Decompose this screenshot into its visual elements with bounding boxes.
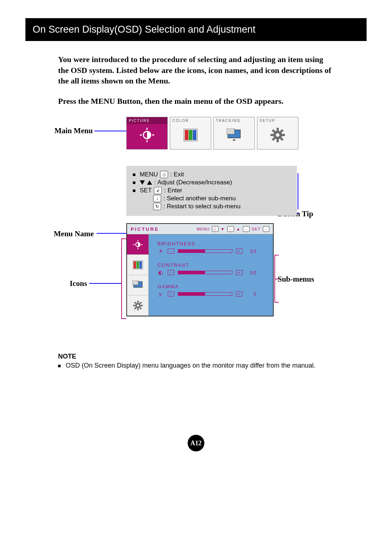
connector-line <box>121 238 126 239</box>
hint-menu: MENU <box>196 227 209 231</box>
bullet-icon <box>58 365 61 367</box>
svg-point-23 <box>276 133 279 137</box>
tip-prefix: SET <box>140 187 152 194</box>
tab-tracking[interactable]: TRACKING <box>213 117 255 150</box>
svg-point-45 <box>136 304 139 306</box>
connector-line <box>274 279 279 279</box>
tab-color[interactable]: COLOR <box>170 117 211 150</box>
slider-label: BRIGHTNESS <box>158 241 266 246</box>
note-body-text: OSD (On Screen Display) menu languages o… <box>66 362 315 369</box>
tip-text: : Adjust (Decrease/Increase) <box>154 179 232 186</box>
gear-icon <box>257 124 298 146</box>
connector-line <box>89 283 121 284</box>
osd-icon-picture[interactable] <box>127 234 148 255</box>
slider-value: 0 <box>246 291 257 296</box>
connector-line <box>274 255 279 255</box>
connector-line <box>121 318 126 319</box>
increase-button[interactable]: + <box>236 270 242 275</box>
tip-text: : Restart to select sub-menu <box>163 203 241 210</box>
osd-key-hints: MENU◇ ▼← ▲→ SET↓ <box>196 226 269 232</box>
note-title: NOTE <box>58 353 334 360</box>
svg-rect-18 <box>282 134 285 136</box>
color-bars-icon <box>133 261 143 269</box>
svg-rect-32 <box>136 261 139 269</box>
page-number-wrap: A12 <box>25 435 367 451</box>
tab-picture[interactable]: PICTURE <box>126 117 168 150</box>
increase-button[interactable]: + <box>236 291 242 296</box>
tab-label: SETUP <box>257 117 298 124</box>
bullet-icon <box>133 189 135 192</box>
tip-text: : Exit <box>170 171 184 178</box>
tab-label: TRACKING <box>214 117 254 124</box>
decrease-button[interactable]: − <box>168 291 174 296</box>
slider-value: 50 <box>246 270 257 275</box>
osd-content-area: BRIGHTNESS ☀ − + 50 CONTRAST ◐ <box>149 234 273 316</box>
slider-track[interactable] <box>178 292 232 296</box>
contrast-icon: ◐ <box>158 269 164 276</box>
tip-text: : Select another sub-menu <box>163 195 236 202</box>
connector-line <box>274 302 279 303</box>
tip-row: ↻ : Restart to select sub-menu <box>153 203 290 210</box>
triangle-down-icon <box>140 180 145 185</box>
brightness-icon <box>127 124 167 146</box>
page-title-bar: On Screen Display(OSD) Selection and Adj… <box>25 18 367 41</box>
right-arrow-key-icon: → <box>243 226 250 232</box>
svg-rect-40 <box>141 304 143 306</box>
page-number: A12 <box>188 435 204 451</box>
svg-rect-35 <box>132 281 138 285</box>
slider-brightness: BRIGHTNESS ☀ − + 50 <box>158 241 266 254</box>
label-submenus: Sub-menus <box>278 275 314 284</box>
osd-title: PICTURE <box>131 226 159 232</box>
tip-row: MENU ◇ : Exit <box>133 171 290 178</box>
note-block: NOTE OSD (On Screen Display) menu langua… <box>58 353 334 369</box>
tip-row: ↓ : Select another sub-menu <box>153 195 290 202</box>
svg-rect-7 <box>185 130 188 140</box>
svg-rect-33 <box>139 261 142 269</box>
page-title: On Screen Display(OSD) Selection and Adj… <box>33 24 256 35</box>
tip-row: : Adjust (Decrease/Increase) <box>133 179 290 186</box>
restart-key-icon: ↻ <box>153 203 161 210</box>
button-tip-panel: MENU ◇ : Exit : Adjust (Decrease/Increas… <box>126 166 297 216</box>
svg-rect-9 <box>193 130 196 140</box>
enter-key-icon: ↲ <box>154 187 162 194</box>
main-menu-tabs: PICTURE COLOR TRACKING SETUP <box>126 117 298 150</box>
bullet-icon <box>133 173 135 176</box>
triangle-up-icon: ▲ <box>236 227 241 231</box>
color-bars-icon <box>170 124 211 146</box>
slider-track[interactable] <box>178 249 232 253</box>
svg-rect-38 <box>137 308 138 310</box>
slider-label: CONTRAST <box>158 262 266 268</box>
intro-paragraph-1: You were introduced to the procedure of … <box>58 54 334 86</box>
osd-titlebar: PICTURE MENU◇ ▼← ▲→ SET↓ <box>127 224 273 234</box>
tracking-icon <box>214 124 254 146</box>
connector-line <box>274 255 275 302</box>
slider-label: GAMMA <box>158 284 266 289</box>
bullet-icon <box>133 181 135 184</box>
svg-rect-15 <box>277 128 279 131</box>
slider-contrast: CONTRAST ◐ − + 50 <box>158 262 266 276</box>
osd-icon-color[interactable] <box>127 255 148 275</box>
svg-rect-31 <box>134 261 136 269</box>
triangle-up-icon <box>147 180 152 185</box>
slider-value: 50 <box>246 249 257 254</box>
connector-line <box>298 173 298 209</box>
osd-icon-setup[interactable] <box>127 295 148 316</box>
osd-window: PICTURE MENU◇ ▼← ▲→ SET↓ <box>126 223 274 316</box>
triangle-down-icon: ▼ <box>221 227 225 231</box>
left-arrow-key-icon: ← <box>227 226 234 232</box>
tab-label: PICTURE <box>127 117 167 124</box>
tracking-icon <box>132 281 143 290</box>
decrease-button[interactable]: − <box>168 249 174 254</box>
tip-prefix: MENU <box>140 171 158 178</box>
tab-label: COLOR <box>170 117 211 124</box>
tip-text: : Enter <box>164 187 182 194</box>
slider-track[interactable] <box>178 271 232 274</box>
intro-paragraph-2: Press the MENU Button, then the main men… <box>58 97 334 106</box>
tip-row: SET ↲ : Enter <box>133 187 290 194</box>
tab-setup[interactable]: SETUP <box>257 117 298 150</box>
increase-button[interactable]: + <box>236 249 242 254</box>
slider-gamma: GAMMA γ − + 0 <box>158 284 266 297</box>
label-menu-name: Menu Name <box>54 229 94 238</box>
osd-icon-tracking[interactable] <box>127 275 148 295</box>
decrease-button[interactable]: − <box>168 270 174 275</box>
